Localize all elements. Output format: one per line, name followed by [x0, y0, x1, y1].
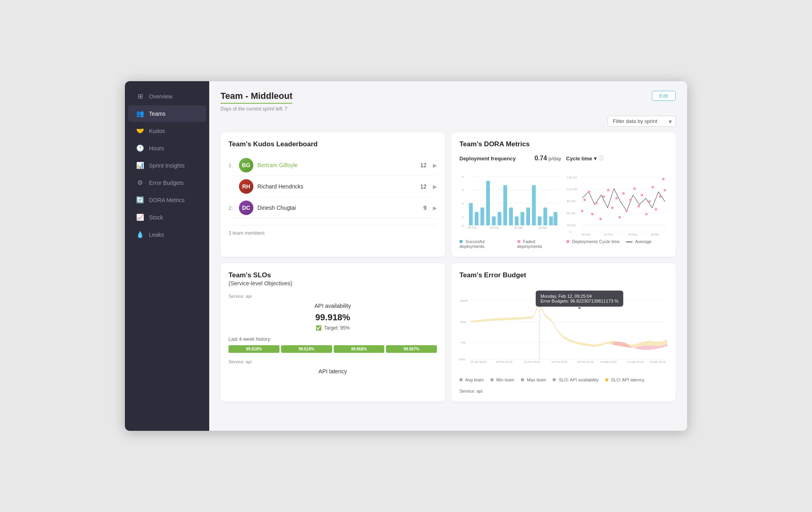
svg-text:19 Feb 00:00: 19 Feb 00:00	[551, 360, 568, 363]
legend-service-api: Service: api	[459, 389, 482, 393]
slo-service-label-2: Service: api	[229, 359, 437, 364]
sidebar-label-stock: Stock	[149, 214, 163, 221]
svg-text:3: 3	[462, 188, 464, 192]
name-dinesh: Dinesh Chugtai	[257, 205, 419, 211]
svg-text:26 Feb 00:00: 26 Feb 00:00	[577, 360, 594, 363]
svg-point-43	[583, 199, 586, 201]
svg-text:12 Feb 00:00: 12 Feb 00:00	[524, 360, 540, 363]
sidebar-item-stock[interactable]: 📈 Stock	[128, 209, 206, 225]
filter-sprint-select[interactable]: Filter data by sprint	[608, 116, 676, 127]
history-bar-3: 99.868%	[334, 345, 385, 353]
sidebar-item-kudos[interactable]: 🤝 Kudos	[128, 123, 206, 139]
sidebar-label-error-budgets: Error Budgets	[149, 180, 184, 186]
stock-icon: 📈	[136, 213, 144, 221]
history-bar-1: 99.918%	[229, 345, 280, 353]
svg-point-53	[622, 192, 624, 195]
edit-button[interactable]: Edit	[652, 91, 676, 101]
svg-text:11 Mar 00:00: 11 Mar 00:00	[627, 360, 644, 363]
svg-text:19 Feb: 19 Feb	[604, 233, 612, 236]
leaderboard-item-bertram: 1. BG Bertram Gilfoyle 12 ▶	[229, 155, 437, 176]
sidebar-item-dora-metrics[interactable]: 🔄 DORA Metrics	[128, 192, 206, 208]
svg-rect-14	[492, 217, 496, 225]
sidebar-label-sprint: Sprint Insights	[149, 162, 185, 169]
error-budget-chart: 100% 50% 0% -50%	[459, 286, 668, 374]
sidebar-item-sprint-insights[interactable]: 📊 Sprint Insights	[128, 157, 206, 174]
sprint-info: Days of the current sprint left: 7	[220, 106, 676, 112]
slo-card: Team's SLOs (Service-level Objectives) S…	[220, 263, 445, 401]
legend-successful: Succesful deployments	[459, 239, 511, 249]
slo-service-label: Service: api	[229, 294, 437, 299]
sidebar-item-leaks[interactable]: 💧 Leaks	[128, 226, 206, 243]
count-dinesh: 9	[423, 205, 426, 211]
sidebar-label-kudos: Kudos	[149, 128, 165, 134]
svg-text:0: 0	[462, 224, 464, 227]
legend-min-team: Min team	[490, 377, 514, 382]
sidebar-label-overview: Overview	[149, 93, 172, 100]
svg-point-58	[641, 194, 643, 196]
svg-rect-12	[480, 207, 484, 225]
svg-text:04 Mar: 04 Mar	[628, 233, 637, 236]
sidebar-label-leaks: Leaks	[149, 231, 164, 238]
main-grid: Team's Kudos Leaderboard 1. BG Bertram G…	[220, 132, 676, 401]
svg-rect-24	[549, 217, 553, 225]
svg-text:05 Feb: 05 Feb	[468, 226, 477, 229]
svg-rect-11	[475, 212, 479, 225]
deploy-chart-header: Deployment frequency 0.74 p/day	[459, 155, 561, 162]
history-bar-4: 99.687%	[386, 345, 437, 353]
svg-point-51	[615, 197, 617, 199]
svg-rect-15	[498, 212, 502, 225]
overview-icon: ⊞	[136, 92, 144, 100]
svg-text:11d 14h: 11d 14h	[567, 188, 577, 191]
error-budget-tooltip: Monday, Feb 12, 09:25:04 Error Budgets: …	[536, 291, 623, 307]
legend-max-team: Max team	[521, 377, 546, 382]
name-richard: Richard Hendricks	[257, 183, 416, 190]
sidebar-item-error-budgets[interactable]: ⚙ Error Budgets	[128, 174, 206, 191]
app-container: ⊞ Overview 👥 Teams 🤝 Kudos 🕐 Hours 📊 Spr…	[125, 81, 687, 431]
page-title: Team - Middleout	[220, 91, 292, 104]
page-header: Team - Middleout Edit	[220, 91, 676, 104]
svg-point-63	[659, 195, 661, 198]
svg-point-48	[602, 195, 605, 198]
svg-text:0%: 0%	[461, 341, 466, 344]
arrow-bertram: ▶	[433, 162, 437, 168]
cycle-time-dropdown[interactable]: ▾	[594, 156, 597, 162]
kudos-card-title: Team's Kudos Leaderboard	[229, 140, 437, 148]
deploy-freq-value: 0.74 p/day	[535, 155, 561, 162]
check-icon: ✅	[316, 325, 322, 331]
avatar-bertram: BG	[239, 158, 253, 172]
svg-point-60	[648, 200, 651, 203]
eb-legend: Avg team Min team Max team SLO: API avai…	[459, 377, 668, 393]
sidebar-item-teams[interactable]: 👥 Teams	[128, 105, 206, 122]
sidebar-item-hours[interactable]: 🕐 Hours	[128, 140, 206, 156]
sidebar-label-teams: Teams	[149, 111, 165, 117]
count-bertram: 12	[420, 162, 426, 168]
arrow-dinesh: ▶	[433, 205, 437, 211]
leaks-icon: 💧	[136, 231, 144, 238]
legend-slo-api-latency: SLO: API latency	[605, 377, 645, 382]
svg-text:18 Mar: 18 Mar	[538, 226, 547, 229]
dora-icon: 🔄	[136, 196, 144, 204]
svg-point-61	[651, 186, 654, 188]
svg-point-55	[629, 199, 631, 201]
svg-text:-50%: -50%	[459, 358, 465, 361]
svg-text:14d 11h: 14d 11h	[567, 176, 577, 179]
svg-text:19 Mar 00:00: 19 Mar 00:00	[649, 360, 666, 363]
slo-card-title: Team's SLOs (Service-level Objectives)	[229, 271, 437, 287]
legend-avg-team: Avg team	[459, 377, 484, 382]
sidebar-label-hours: Hours	[149, 145, 164, 152]
svg-point-49	[607, 189, 609, 191]
svg-text:100%: 100%	[460, 299, 468, 303]
svg-point-54	[625, 210, 628, 212]
error-budget-card: Team's Error Budget 100% 50% 0% -50%	[451, 263, 676, 401]
svg-rect-25	[553, 212, 557, 225]
teams-icon: 👥	[136, 110, 144, 117]
deployment-freq-section: Deployment frequency 0.74 p/day 4 3	[459, 155, 561, 249]
svg-rect-20	[526, 207, 530, 225]
svg-rect-22	[538, 217, 542, 225]
svg-point-62	[655, 208, 657, 211]
filter-wrapper: Filter data by sprint	[608, 116, 676, 127]
cycle-time-label: Cycle time	[566, 156, 592, 162]
deploy-freq-chart: 4 3 2 1 0	[459, 164, 561, 237]
svg-text:5d 19h: 5d 19h	[567, 212, 575, 215]
sidebar-item-overview[interactable]: ⊞ Overview	[128, 88, 206, 104]
